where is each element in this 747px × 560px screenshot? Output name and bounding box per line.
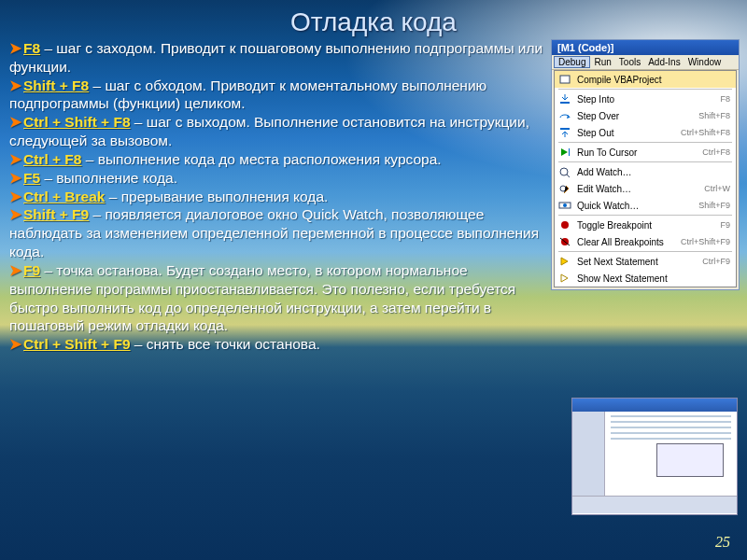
bullet-text: – появляется диалоговое окно Quick Watch… <box>9 206 539 259</box>
menu-item-set-next-statement[interactable]: Set Next StatementCtrl+F9 <box>555 253 736 270</box>
menu-item-label: Step Into <box>577 94 712 105</box>
dropdown-menu[interactable]: Compile VBAProjectStep IntoF8Step OverSh… <box>554 70 737 287</box>
menu-item-add-watch[interactable]: Add Watch… <box>555 163 736 180</box>
bullet-item: ➤Ctrl + Shift + F8 – шаг с выходом. Выпо… <box>9 113 551 150</box>
menu-run[interactable]: Run <box>594 57 611 67</box>
menu-separator <box>558 161 732 162</box>
compile-icon <box>557 73 573 86</box>
menu-item-label: Set Next Statement <box>577 257 695 267</box>
menu-item-label: Clear All Breakpoints <box>577 237 673 247</box>
menu-item-label: Quick Watch… <box>577 201 691 211</box>
shortcut-key: F8 <box>23 40 40 56</box>
bullet-arrow-icon: ➤ <box>9 114 21 130</box>
menu-item-shortcut: Ctrl+Shift+F9 <box>673 237 730 246</box>
menu-item-compile-vbaproject[interactable]: Compile VBAProject <box>555 71 736 88</box>
window-titlebar: [M1 (Code)] <box>552 40 739 55</box>
bullet-list: ➤F8 – шаг с заходом. Приводит к пошагово… <box>9 39 551 354</box>
menu-item-toggle-breakpoint[interactable]: Toggle BreakpointF9 <box>555 217 736 233</box>
shortcut-key: Ctrl + Shift + F8 <box>23 114 131 130</box>
menu-item-shortcut: F9 <box>712 220 730 230</box>
menu-item-shortcut: Ctrl+Shift+F8 <box>673 128 730 137</box>
svg-rect-1 <box>560 102 570 104</box>
bullet-item: ➤F9 – точка останова. Будет создано мест… <box>9 261 551 335</box>
clear-bp-icon <box>557 235 573 248</box>
shortcut-key: Ctrl + F8 <box>23 151 81 167</box>
menu-item-step-over[interactable]: Step OverShift+F8 <box>555 107 736 124</box>
svg-rect-0 <box>560 76 570 83</box>
quick-watch-icon <box>557 199 573 212</box>
menu-item-quick-watch[interactable]: Quick Watch…Shift+F9 <box>555 197 736 214</box>
menu-item-label: Edit Watch… <box>577 184 697 194</box>
bullet-arrow-icon: ➤ <box>9 206 21 222</box>
menu-item-run-to-cursor[interactable]: Run To CursorCtrl+F8 <box>555 144 736 161</box>
menu-separator <box>558 251 732 252</box>
menu-item-shortcut: Ctrl+F9 <box>695 257 730 266</box>
bullet-item: ➤Ctrl + Shift + F9 – снять все точки ост… <box>9 335 551 354</box>
bullet-item: ➤F8 – шаг с заходом. Приводит к пошагово… <box>9 39 551 77</box>
menu-item-label: Step Out <box>577 128 673 138</box>
step-out-icon <box>557 126 573 139</box>
shortcut-key: F5 <box>23 170 40 186</box>
bullet-text: – прерывание выполнения кода. <box>105 189 328 204</box>
menu-item-label: Show Next Statement <box>577 273 723 284</box>
bullet-arrow-icon: ➤ <box>9 77 21 93</box>
edit-watch-icon <box>557 182 573 195</box>
menu-item-step-into[interactable]: Step IntoF8 <box>555 91 736 107</box>
svg-point-8 <box>561 221 569 229</box>
svg-point-4 <box>560 168 568 175</box>
svg-point-7 <box>563 203 567 207</box>
bullet-text: – снять все точки останова. <box>131 336 320 352</box>
bullet-text: – шаг с заходом. Приводит к пошаговому в… <box>9 40 543 75</box>
vba-debug-menu-panel: [M1 (Code)] DebugRunToolsAdd-InsWindow C… <box>551 39 740 290</box>
run-to-icon <box>557 146 573 159</box>
menu-bar[interactable]: DebugRunToolsAdd-InsWindow <box>552 55 739 70</box>
shortcut-key: F9 <box>23 262 40 278</box>
menu-item-label: Run To Cursor <box>577 147 695 158</box>
slide-title: Отладка кода <box>0 7 747 37</box>
menu-add-ins[interactable]: Add-Ins <box>648 57 680 67</box>
menu-item-shortcut: Shift+F8 <box>691 111 730 120</box>
menu-item-label: Compile VBAProject <box>577 75 723 85</box>
menu-tools[interactable]: Tools <box>619 57 641 67</box>
shortcut-key: Ctrl + Shift + F9 <box>23 336 131 352</box>
add-watch-icon <box>557 165 573 178</box>
bullet-text: – выполнение кода до места расположения … <box>81 151 441 167</box>
menu-separator <box>558 142 732 143</box>
bullet-arrow-icon: ➤ <box>9 262 21 278</box>
menu-item-label: Add Watch… <box>577 167 723 177</box>
bullet-item: ➤Ctrl + F8 – выполнение кода до места ра… <box>9 150 551 169</box>
menu-separator <box>558 89 732 90</box>
show-next-icon <box>557 272 573 285</box>
step-over-icon <box>557 109 573 122</box>
bullet-item: ➤Shift + F8 – шаг с обходом. Приводит к … <box>9 77 551 114</box>
slide: Отладка кода ➤F8 – шаг с заходом. Привод… <box>0 0 747 560</box>
bullet-item: ➤Ctrl + Break – прерывание выполнения ко… <box>9 188 551 206</box>
shortcut-key: Shift + F8 <box>23 77 89 93</box>
menu-item-shortcut: Ctrl+W <box>697 184 730 193</box>
svg-rect-2 <box>560 128 570 130</box>
menu-item-edit-watch[interactable]: Edit Watch…Ctrl+W <box>555 180 736 197</box>
bullet-text: – выполнение кода. <box>40 170 177 186</box>
svg-rect-3 <box>569 148 570 156</box>
page-number: 25 <box>715 534 730 551</box>
shortcut-key: Shift + F9 <box>23 206 89 222</box>
menu-item-show-next-statement[interactable]: Show Next Statement <box>555 270 736 287</box>
screenshot-thumbnail <box>571 398 738 515</box>
menu-item-label: Toggle Breakpoint <box>577 220 712 231</box>
menu-item-shortcut: Shift+F9 <box>691 201 730 210</box>
menu-debug[interactable]: Debug <box>554 56 590 68</box>
menu-item-label: Step Over <box>577 111 691 121</box>
bullet-arrow-icon: ➤ <box>9 189 21 204</box>
menu-item-shortcut: Ctrl+F8 <box>695 147 730 157</box>
menu-item-shortcut: F8 <box>712 94 730 104</box>
menu-item-step-out[interactable]: Step OutCtrl+Shift+F8 <box>555 124 736 141</box>
bullet-item: ➤F5 – выполнение кода. <box>9 169 551 188</box>
menu-separator <box>558 215 732 216</box>
bullet-arrow-icon: ➤ <box>9 40 21 56</box>
bullet-arrow-icon: ➤ <box>9 170 21 186</box>
menu-item-clear-all-breakpoints[interactable]: Clear All BreakpointsCtrl+Shift+F9 <box>555 233 736 250</box>
menu-window[interactable]: Window <box>688 57 722 67</box>
step-into-icon <box>557 92 573 105</box>
set-next-icon <box>557 255 573 268</box>
bullet-arrow-icon: ➤ <box>9 336 21 352</box>
